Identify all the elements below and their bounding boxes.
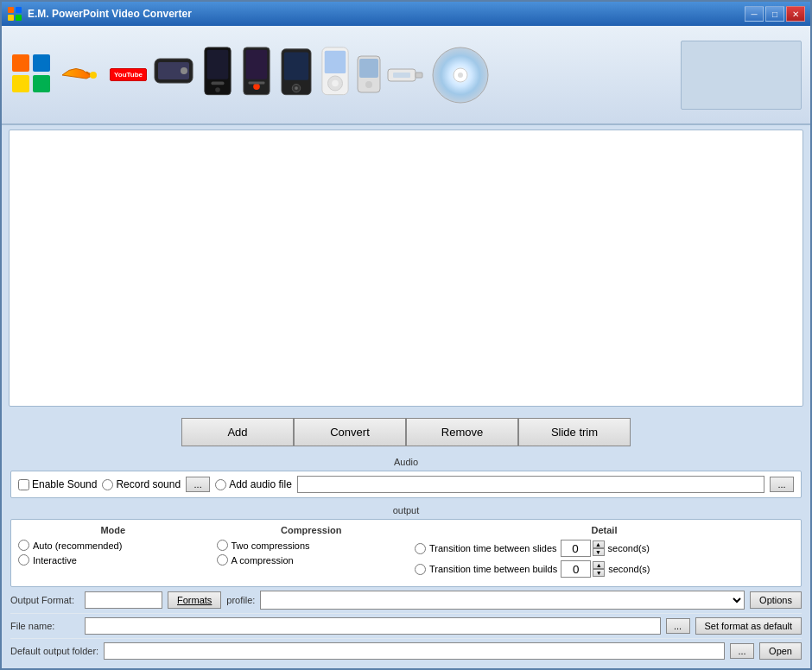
a-compression-radio[interactable]	[217, 554, 228, 566]
svg-point-36	[458, 73, 463, 78]
folder-row: Default output folder: ... Open	[10, 639, 802, 663]
close-button[interactable]: ✕	[786, 6, 805, 22]
enable-sound-checkbox[interactable]	[18, 479, 29, 490]
svg-rect-21	[284, 52, 308, 79]
output-format-label: Output Format:	[10, 595, 79, 605]
transition-slides-seconds-label: second(s)	[608, 543, 650, 553]
profile-select[interactable]	[260, 591, 745, 610]
a-compression-label: A compression	[232, 555, 294, 566]
transition-builds-row: Transition time between builds ▲ ▼ secon…	[415, 560, 794, 578]
svg-rect-1	[16, 7, 22, 13]
add-audio-container: Add audio file	[215, 478, 292, 490]
filename-row: File name: ... Set format as default	[10, 614, 802, 639]
transition-slides-spinner: ▲ ▼	[561, 540, 605, 557]
enable-sound-container: Enable Sound	[18, 478, 97, 490]
slide-trim-button[interactable]: Slide trim	[518, 418, 631, 446]
interactive-label: Interactive	[33, 555, 77, 566]
transition-slides-radio[interactable]	[415, 543, 426, 554]
remove-button[interactable]: Remove	[406, 418, 518, 446]
svg-point-15	[215, 87, 220, 92]
auto-recommended-label: Auto (recommended)	[33, 540, 122, 551]
minimize-button[interactable]: ─	[745, 6, 764, 22]
svg-rect-19	[249, 81, 265, 84]
detail-column: Detail Transition time between slides ▲ …	[415, 525, 794, 581]
cd-icon	[429, 44, 492, 106]
a-compression-row: A compression	[217, 554, 407, 566]
svg-rect-17	[246, 49, 268, 79]
svg-point-11	[181, 67, 187, 74]
small-device-icon	[356, 53, 382, 98]
svg-point-18	[253, 83, 260, 90]
svg-rect-7	[33, 75, 50, 92]
record-sound-label: Record sound	[116, 478, 181, 490]
audio-section: Audio Enable Sound Record sound ... Add …	[2, 453, 810, 502]
add-button[interactable]: Add	[181, 418, 294, 446]
title-bar: E.M. PowerPoint Video Converter ─ □ ✕	[2, 2, 810, 26]
svg-rect-4	[12, 54, 29, 72]
add-audio-radio[interactable]	[215, 479, 226, 490]
profile-label: profile:	[226, 595, 255, 605]
formats-button[interactable]: Formats	[168, 591, 221, 609]
walkman-icon	[278, 46, 314, 104]
filename-input[interactable]	[85, 617, 661, 635]
youtube-icon: YouTube	[110, 68, 147, 81]
record-sound-dots-button[interactable]: ...	[186, 477, 210, 492]
svg-rect-33	[393, 73, 410, 78]
file-list-area	[9, 130, 803, 407]
svg-point-27	[332, 79, 339, 86]
svg-rect-32	[416, 73, 422, 78]
app-icon	[7, 6, 22, 22]
office-logo-icon	[10, 53, 55, 98]
device-icons: YouTube	[110, 44, 681, 106]
output-section-label: output	[10, 505, 802, 515]
two-compressions-radio[interactable]	[217, 540, 228, 551]
transition-slides-up-button[interactable]: ▲	[593, 540, 605, 548]
svg-rect-13	[207, 49, 229, 79]
audio-file-dots-button[interactable]: ...	[770, 477, 794, 492]
options-button[interactable]: Options	[750, 591, 802, 609]
record-sound-radio[interactable]	[102, 479, 113, 490]
audio-file-input[interactable]	[297, 476, 764, 493]
folder-dots-button[interactable]: ...	[730, 643, 754, 659]
audio-controls: Enable Sound Record sound ... Add audio …	[10, 471, 802, 498]
main-window: E.M. PowerPoint Video Converter ─ □ ✕	[0, 0, 812, 670]
transition-slides-input[interactable]	[561, 540, 591, 557]
transition-builds-radio[interactable]	[415, 564, 426, 575]
transition-builds-input[interactable]	[561, 560, 591, 578]
svg-rect-29	[359, 59, 378, 78]
format-row: Output Format: Formats profile: Options	[10, 587, 802, 614]
svg-rect-3	[16, 15, 22, 21]
maximize-button[interactable]: □	[765, 6, 784, 22]
filename-dots-button[interactable]: ...	[666, 618, 690, 634]
convert-button[interactable]: Convert	[294, 418, 406, 446]
transition-builds-up-button[interactable]: ▲	[593, 561, 605, 569]
open-folder-button[interactable]: Open	[759, 642, 802, 660]
transition-builds-down-button[interactable]: ▼	[593, 569, 605, 577]
mode-header: Mode	[18, 525, 208, 535]
format-input[interactable]	[85, 591, 162, 609]
default-output-label: Default output folder:	[10, 646, 98, 656]
svg-rect-5	[33, 54, 50, 72]
add-audio-label: Add audio file	[229, 478, 292, 490]
enable-sound-label: Enable Sound	[32, 478, 97, 490]
psp-icon	[151, 46, 196, 104]
transition-builds-seconds-label: second(s)	[608, 564, 650, 574]
svg-point-23	[295, 86, 298, 90]
action-buttons: Add Convert Remove Slide trim	[2, 411, 810, 453]
phone1-icon	[200, 46, 235, 104]
mode-column: Mode Auto (recommended) Interactive	[18, 525, 208, 581]
transition-slides-spinners: ▲ ▼	[593, 540, 605, 556]
transition-slides-row: Transition time between slides ▲ ▼ secon…	[415, 540, 794, 557]
set-format-default-button[interactable]: Set format as default	[695, 617, 802, 635]
interactive-radio[interactable]	[18, 554, 29, 566]
toolbar: YouTube	[2, 26, 810, 125]
phone2-icon	[239, 46, 274, 104]
folder-input[interactable]	[104, 642, 725, 660]
svg-rect-6	[12, 75, 29, 92]
auto-recommended-radio[interactable]	[18, 540, 29, 551]
transition-slides-label: Transition time between slides	[429, 543, 557, 553]
output-box: Mode Auto (recommended) Interactive Comp…	[10, 519, 802, 587]
svg-rect-14	[211, 81, 224, 85]
usb-device-icon	[386, 62, 425, 88]
transition-slides-down-button[interactable]: ▼	[593, 548, 605, 556]
